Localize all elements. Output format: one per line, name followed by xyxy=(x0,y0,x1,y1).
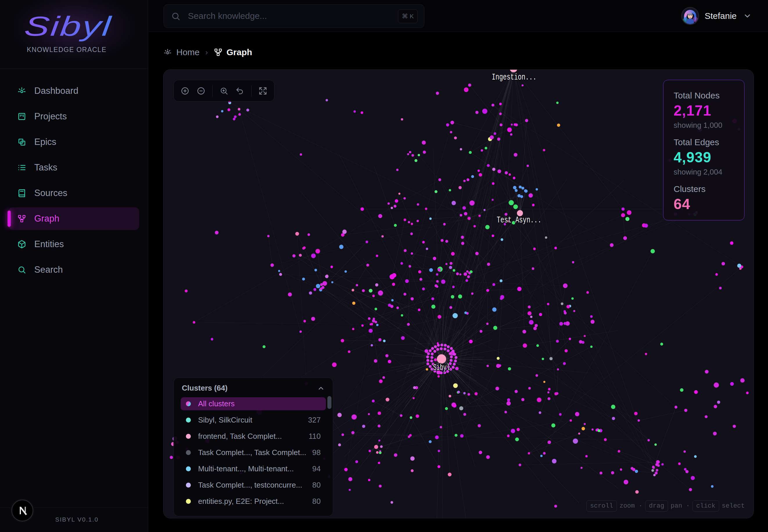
svg-text:Ingestion...: Ingestion... xyxy=(492,72,536,82)
svg-text:Sibyl: Sibyl xyxy=(433,363,450,373)
svg-text:Test Asyn...: Test Asyn... xyxy=(497,215,541,225)
